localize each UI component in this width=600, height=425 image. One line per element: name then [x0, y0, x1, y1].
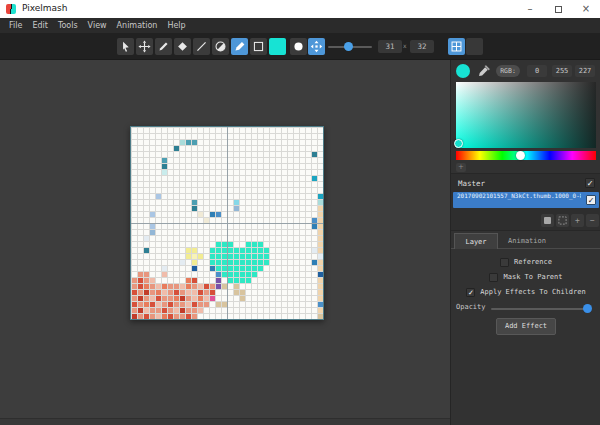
canvas-frame — [130, 126, 324, 320]
menu-item-tools[interactable]: Tools — [53, 21, 83, 30]
eyedropper-button[interactable] — [476, 64, 490, 78]
eraser-icon — [176, 40, 189, 53]
rect-select-tool-button[interactable] — [250, 38, 267, 55]
rectangle-icon — [252, 40, 265, 53]
close-button[interactable]: × — [572, 0, 600, 18]
line-tool-button[interactable] — [193, 38, 210, 55]
canvas-height-field[interactable]: 32 — [410, 40, 434, 53]
blue-value-field[interactable]: 227 — [575, 65, 595, 77]
master-layer-label: Master — [458, 179, 485, 188]
opacity-label: Opacity — [456, 303, 486, 311]
grid-icon — [450, 40, 463, 53]
minimize-icon: – — [528, 4, 533, 14]
layer-visibility-checkbox[interactable]: ✓ — [586, 195, 596, 205]
pixel-canvas[interactable] — [131, 127, 323, 319]
menubar: File Edit Tools View Animation Help — [0, 18, 600, 33]
apply-effects-checkbox[interactable]: ✓ — [466, 288, 475, 297]
maximize-icon — [555, 6, 562, 13]
duplicate-layer-icon — [544, 217, 551, 224]
green-value-field[interactable]: 255 — [552, 65, 572, 77]
cursor-arrow-icon — [119, 40, 132, 53]
right-panel: RGB: 0 255 227 + Master ✓ 20170902101557… — [450, 60, 600, 425]
resize-mode-button[interactable] — [308, 38, 325, 55]
move-icon — [138, 40, 151, 53]
duplicate-layer-button[interactable] — [541, 214, 554, 227]
current-color-swatch[interactable] — [456, 64, 470, 78]
circle-icon — [292, 40, 305, 53]
tab-animation[interactable]: Animation — [498, 233, 556, 249]
opacity-slider-handle[interactable] — [583, 304, 592, 313]
maximize-button[interactable] — [544, 0, 572, 18]
brush-size-slider-handle[interactable] — [344, 42, 353, 51]
reference-row: Reference — [451, 256, 600, 268]
reference-checkbox[interactable] — [500, 258, 509, 267]
brush-icon — [233, 40, 246, 53]
rgb-mode-button[interactable]: RGB: — [496, 65, 520, 77]
pencil-icon — [157, 40, 170, 53]
reference-label: Reference — [514, 258, 552, 266]
window-title: Pixelmash — [22, 3, 68, 13]
workspace — [0, 60, 450, 425]
app-window: Pixelmash – × File Edit Tools View Anima… — [0, 0, 600, 425]
window-titlebar: Pixelmash – × — [0, 0, 600, 18]
dashed-square-icon — [558, 216, 567, 225]
layer-name: 20170902101557_N3kCt.thumb.1000_0-8A — [457, 192, 581, 208]
close-icon: × — [582, 4, 590, 14]
master-layer-row[interactable]: Master ✓ — [451, 175, 600, 191]
saturation-value-picker[interactable] — [456, 82, 596, 148]
eraser-tool-button[interactable] — [174, 38, 191, 55]
workspace-bottom-line — [0, 418, 450, 425]
add-layer-button[interactable]: + — [571, 214, 584, 227]
red-value-field[interactable]: 0 — [527, 65, 547, 77]
tab-layer[interactable]: Layer — [454, 233, 498, 249]
select-tool-button[interactable] — [117, 38, 134, 55]
toolbar: 31 x 32 — [0, 33, 600, 60]
mask-to-parent-label: Mask To Parent — [503, 273, 562, 281]
brush-shape-circle-button[interactable] — [290, 38, 307, 55]
brush-tool-button[interactable] — [231, 38, 248, 55]
extra-toggle-button[interactable] — [466, 38, 483, 55]
dimension-separator: x — [403, 42, 407, 49]
menu-item-animation[interactable]: Animation — [112, 21, 163, 30]
layers-list: Master ✓ 20170902101557_N3kCt.thumb.1000… — [451, 173, 600, 231]
menu-item-help[interactable]: Help — [162, 21, 190, 30]
app-logo-icon — [6, 4, 16, 14]
move-tool-button[interactable] — [136, 38, 153, 55]
half-circle-icon — [214, 40, 227, 53]
minimize-button[interactable]: – — [516, 0, 544, 18]
color-swatch[interactable] — [269, 38, 286, 55]
mask-to-parent-row: Mask To Parent — [451, 271, 600, 283]
apply-effects-label: Apply Effects To Children — [480, 288, 585, 296]
menu-item-view[interactable]: View — [83, 21, 112, 30]
sv-selector-handle[interactable] — [454, 139, 463, 148]
opacity-slider-track[interactable] — [491, 308, 591, 310]
mask-to-parent-checkbox[interactable] — [489, 273, 498, 282]
group-layer-button[interactable] — [556, 214, 569, 227]
menu-item-file[interactable]: File — [4, 21, 27, 30]
apply-effects-row: ✓ Apply Effects To Children — [451, 286, 600, 298]
canvas-width-field[interactable]: 31 — [378, 40, 402, 53]
resize-arrows-icon — [310, 40, 323, 53]
inspector-tabbar: Layer Animation — [451, 233, 600, 249]
layer-row[interactable]: 20170902101557_N3kCt.thumb.1000_0-8A ✓ — [453, 192, 599, 208]
master-visibility-checkbox[interactable]: ✓ — [585, 178, 595, 188]
add-color-button[interactable]: + — [456, 163, 466, 172]
hue-selector-handle[interactable] — [516, 151, 525, 160]
line-icon — [195, 40, 208, 53]
remove-layer-button[interactable]: − — [586, 214, 599, 227]
add-effect-button[interactable]: Add Effect — [496, 318, 556, 335]
pencil-tool-button[interactable] — [155, 38, 172, 55]
menu-item-edit[interactable]: Edit — [27, 21, 53, 30]
grid-toggle-button[interactable] — [448, 38, 465, 55]
eyedropper-icon — [476, 65, 490, 79]
shade-tool-button[interactable] — [212, 38, 229, 55]
hue-slider[interactable] — [456, 151, 596, 160]
